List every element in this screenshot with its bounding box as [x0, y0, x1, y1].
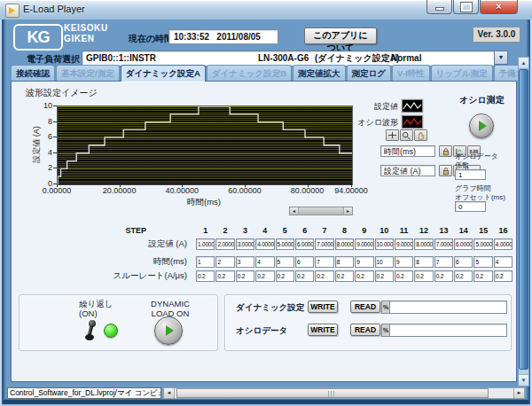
- step-column-header: 8: [335, 226, 354, 235]
- osc-data-response-field[interactable]: %: [381, 324, 507, 337]
- step-field-r2-c8[interactable]: 0.2: [335, 270, 354, 282]
- scroll-left-button[interactable]: ◄: [164, 388, 175, 398]
- minimize-button[interactable]: [426, 0, 452, 14]
- step-field-r2-c7[interactable]: 0.2: [315, 270, 333, 282]
- dynamic-config-write-button[interactable]: WRITE: [308, 301, 338, 313]
- step-field-r0-c3[interactable]: 3.0000: [236, 238, 254, 250]
- step-field-r1-c14[interactable]: 6: [454, 256, 473, 268]
- step-field-r0-c11[interactable]: 9.0000: [395, 238, 413, 250]
- x-scale-name-field[interactable]: 時間(ms): [380, 145, 435, 157]
- step-field-r2-c14[interactable]: 0.2: [454, 270, 473, 282]
- y-scale-lock-button[interactable]: [439, 165, 452, 176]
- step-field-r2-c11[interactable]: 0.2: [395, 270, 413, 282]
- tab-measure-log[interactable]: 測定ログ: [347, 65, 391, 81]
- graph-offset-field[interactable]: 0: [455, 201, 486, 212]
- step-field-r1-c1[interactable]: 1: [196, 256, 215, 268]
- window-controls: ×: [426, 0, 518, 14]
- chart-scroll-right-button[interactable]: ►: [343, 207, 352, 215]
- tab-dynamic-setting-a[interactable]: ダイナミック設定A: [121, 65, 206, 82]
- step-field-r1-c2[interactable]: 2: [215, 256, 234, 268]
- step-field-r1-c5[interactable]: 5: [276, 256, 294, 268]
- step-field-r0-c15[interactable]: 5.0000: [473, 238, 492, 250]
- step-field-r0-c2[interactable]: 2.0000: [215, 238, 234, 250]
- dynamic-config-read-button[interactable]: READ: [350, 301, 380, 313]
- step-field-r0-c1[interactable]: 1.0000: [196, 238, 215, 250]
- y-tick-label: 10: [26, 101, 52, 110]
- v-scroll-thumb[interactable]: [519, 69, 528, 370]
- step-field-r2-c12[interactable]: 0.2: [414, 270, 433, 282]
- maximize-button[interactable]: [453, 0, 479, 14]
- osc-data-read-button[interactable]: READ: [350, 324, 380, 336]
- h-scroll-thumb[interactable]: [176, 388, 489, 398]
- cursor-tool-button[interactable]: [386, 129, 399, 141]
- step-field-r2-c13[interactable]: 0.2: [434, 270, 453, 282]
- step-field-r1-c13[interactable]: 7: [434, 256, 453, 268]
- step-field-r1-c10[interactable]: 10: [375, 256, 394, 268]
- step-field-r0-c9[interactable]: 9.0000: [355, 238, 373, 250]
- io-group-box: ダイナミック設定 WRITE READ % オシロデータ WRITE READ …: [224, 294, 512, 351]
- panel-h-scrollbar[interactable]: ◄ ►: [163, 387, 525, 399]
- step-field-r2-c15[interactable]: 0.2: [473, 270, 492, 282]
- step-field-r1-c4[interactable]: 4: [255, 256, 274, 268]
- step-field-r0-c10[interactable]: 10.0000: [375, 238, 394, 250]
- scroll-right-button[interactable]: ►: [513, 388, 524, 398]
- step-field-r1-c16[interactable]: 4: [494, 256, 512, 268]
- y-scale-name-field[interactable]: 設定値 (A): [380, 165, 435, 176]
- y-tick-mark: [53, 137, 57, 137]
- step-field-r2-c9[interactable]: 0.2: [355, 270, 373, 282]
- step-field-r0-c6[interactable]: 6.0000: [295, 238, 314, 250]
- step-field-r1-c7[interactable]: 7: [315, 256, 333, 268]
- osc-measure-button[interactable]: [469, 113, 494, 138]
- step-field-r0-c8[interactable]: 8.0000: [335, 238, 354, 250]
- step-field-r1-c6[interactable]: 6: [295, 256, 314, 268]
- step-field-r2-c5[interactable]: 0.2: [276, 270, 294, 282]
- legend-setvalue-swatch[interactable]: [402, 99, 423, 113]
- step-field-r0-c5[interactable]: 5.0000: [276, 238, 294, 250]
- scroll-down-button[interactable]: ▼: [519, 374, 528, 386]
- chart-scroll-thumb[interactable]: [299, 207, 343, 215]
- logo-kg-text: KG: [27, 29, 50, 45]
- legend-scope-swatch[interactable]: [402, 115, 423, 129]
- pan-tool-button[interactable]: [414, 129, 427, 141]
- step-field-r2-c16[interactable]: 0.2: [494, 270, 512, 282]
- osc-data-write-button[interactable]: WRITE: [308, 324, 338, 336]
- step-field-r1-c15[interactable]: 5: [473, 256, 492, 268]
- step-field-r0-c7[interactable]: 7.0000: [315, 238, 333, 250]
- zoom-tool-button[interactable]: [400, 129, 413, 141]
- tab-connection-check[interactable]: 接続確認: [11, 65, 55, 81]
- dynamic-config-response-field[interactable]: %: [381, 301, 507, 314]
- tab-measure-zoom[interactable]: 測定値拡大: [293, 65, 346, 81]
- step-field-r0-c4[interactable]: 4.0000: [255, 238, 274, 250]
- step-field-r1-c12[interactable]: 8: [414, 256, 433, 268]
- row-label: スルーレート(A/μs): [12, 270, 196, 282]
- repeat-toggle-switch[interactable]: [83, 319, 96, 341]
- about-button[interactable]: このアプリについて: [304, 27, 377, 44]
- step-field-r0-c13[interactable]: 7.0000: [434, 238, 453, 250]
- step-field-r1-c11[interactable]: 9: [395, 256, 413, 268]
- close-button[interactable]: ×: [480, 0, 518, 14]
- row-label: STEP: [12, 226, 196, 235]
- x-tick-mark: [308, 184, 309, 187]
- step-field-r1-c3[interactable]: 3: [236, 256, 254, 268]
- chart-h-scrollbar[interactable]: ◄ ►: [289, 207, 353, 215]
- x-scale-lock-button[interactable]: [439, 145, 452, 157]
- h-scroll-track[interactable]: [175, 388, 513, 398]
- step-field-r0-c14[interactable]: 6.0000: [454, 238, 473, 250]
- step-field-r1-c8[interactable]: 8: [335, 256, 354, 268]
- device-combo-dropdown-button[interactable]: ▼: [494, 51, 508, 65]
- step-field-r2-c4[interactable]: 0.2: [255, 270, 274, 282]
- osc-coef-field[interactable]: 1: [455, 169, 486, 180]
- step-field-r2-c6[interactable]: 0.2: [295, 270, 314, 282]
- step-field-r2-c10[interactable]: 0.2: [375, 270, 394, 282]
- dynamic-load-on-button[interactable]: [154, 316, 183, 345]
- chart-scroll-left-button[interactable]: ◄: [290, 207, 299, 215]
- panel-v-scrollbar[interactable]: ▲ ▼: [518, 57, 529, 386]
- step-field-r0-c12[interactable]: 8.0000: [414, 238, 433, 250]
- step-field-r2-c1[interactable]: 0.2: [196, 270, 215, 282]
- step-field-r0-c16[interactable]: 4.0000: [494, 238, 512, 250]
- scroll-up-button[interactable]: ▲: [519, 58, 528, 69]
- step-field-r2-c3[interactable]: 0.2: [236, 270, 254, 282]
- step-field-r2-c2[interactable]: 0.2: [215, 270, 234, 282]
- step-field-r1-c9[interactable]: 9: [355, 256, 373, 268]
- hand-icon: [417, 131, 426, 140]
